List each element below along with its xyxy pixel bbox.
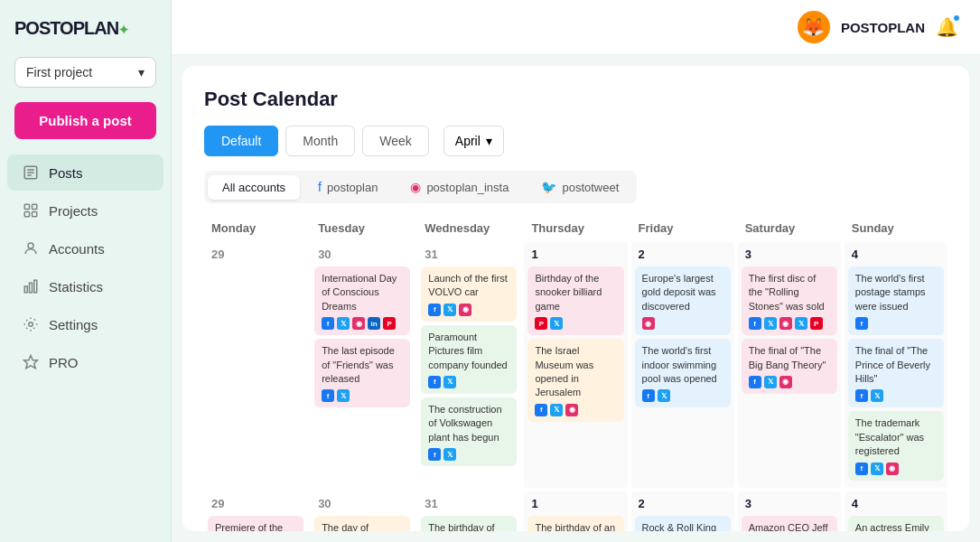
topbar: 🦊 POSTOPLAN 🔔: [172, 0, 980, 55]
publish-post-button[interactable]: Publish a post: [14, 102, 156, 139]
tw-social-icon: 𝕏: [764, 376, 777, 388]
notifications-bell[interactable]: 🔔: [936, 16, 958, 38]
post-card-text: The world's first postage stamps were is…: [855, 272, 937, 313]
post-social-icons: f𝕏◉: [428, 304, 509, 316]
sidebar-item-statistics-label: Statistics: [49, 279, 103, 294]
post-card[interactable]: The birthday of an actor Nicolas Cagef: [527, 516, 623, 531]
post-card-text: The first disc of the "Rolling Stones" w…: [749, 272, 830, 313]
fb-social-icon: f: [428, 376, 441, 388]
sidebar-item-projects[interactable]: Projects: [7, 192, 163, 229]
post-card-text: Europe's largest gold deposit was discov…: [642, 272, 723, 313]
sidebar-item-accounts[interactable]: Accounts: [7, 230, 163, 266]
month-selector[interactable]: April ▾: [443, 126, 504, 156]
tw-social-icon: 𝕏: [337, 317, 350, 330]
post-card[interactable]: Paramount Pictures film company foundedf…: [421, 325, 517, 394]
post-card[interactable]: The birthday of the French heroine Joan …: [421, 516, 517, 531]
header-wednesday: Wednesday: [417, 218, 520, 238]
post-card[interactable]: The trademark "Escalator" was registered…: [848, 411, 944, 480]
post-card-text: International Day of Conscious Dreams: [322, 272, 403, 313]
post-card[interactable]: Rock & Roll King Elvis Presley's Birthda…: [635, 516, 731, 531]
ig-social-icon: ◉: [352, 317, 365, 330]
post-card-text: An actress Emily Watson celebrates her b…: [855, 521, 937, 531]
header-sunday: Sunday: [845, 218, 947, 238]
post-card[interactable]: The world's first indoor swimming pool w…: [635, 339, 731, 407]
cal-day-0-1: 30International Day of Conscious Dreamsf…: [311, 242, 414, 488]
cal-day-1-0: 29Premiere of the fantasy film "Malefice…: [204, 491, 307, 531]
sidebar-item-posts-label: Posts: [49, 165, 83, 181]
ig-social-icon: ◉: [459, 304, 471, 316]
sidebar-item-settings[interactable]: Settings: [7, 306, 163, 342]
cal-day-0-4: 2Europe's largest gold deposit was disco…: [631, 242, 734, 488]
post-card[interactable]: The Israel Museum was opened in Jerusale…: [527, 339, 623, 422]
tw-social-icon: 𝕏: [550, 317, 563, 330]
filter-postoplan-insta[interactable]: ◉ postoplan_insta: [396, 174, 523, 200]
post-card[interactable]: International Day of Conscious Dreamsf𝕏◉…: [314, 266, 410, 335]
post-card[interactable]: An actress Emily Watson celebrates her b…: [848, 516, 944, 531]
day-number: 2: [635, 495, 731, 512]
post-social-icons: f𝕏: [428, 376, 509, 388]
svg-point-12: [29, 322, 33, 327]
accounts-icon: [22, 239, 40, 257]
view-default-button[interactable]: Default: [204, 126, 278, 156]
post-social-icons: P𝕏: [535, 317, 616, 330]
ig-social-icon: ◉: [565, 404, 578, 416]
post-card[interactable]: Europe's largest gold deposit was discov…: [635, 266, 731, 335]
fb-social-icon: f: [855, 463, 868, 475]
svg-rect-6: [24, 212, 29, 217]
post-card[interactable]: The last episode of "Friends" was releas…: [314, 339, 410, 407]
pi-social-icon: P: [383, 317, 396, 330]
post-card[interactable]: The first disc of the "Rolling Stones" w…: [742, 266, 837, 335]
filter-all-accounts[interactable]: All accounts: [208, 175, 300, 200]
sidebar-item-pro[interactable]: PRO: [7, 344, 163, 380]
view-month-button[interactable]: Month: [285, 126, 355, 156]
day-number: 4: [848, 495, 944, 512]
day-number: 31: [421, 246, 517, 263]
post-card-text: Amazon CEO Jeff Bezos celebrates his Bir…: [749, 521, 830, 531]
post-social-icons: f𝕏: [428, 448, 509, 461]
post-social-icons: f𝕏: [855, 389, 937, 402]
svg-rect-11: [34, 280, 37, 293]
svg-rect-10: [30, 283, 33, 293]
post-card-text: The final of "The Prince of Beverly Hill…: [855, 344, 937, 386]
tw-social-icon: 𝕏: [443, 376, 456, 388]
calendar-grid: 2930International Day of Conscious Dream…: [204, 242, 947, 531]
pi-social-icon: P: [810, 317, 823, 330]
post-card[interactable]: The world's first postage stamps were is…: [848, 266, 944, 335]
pi-social-icon: P: [535, 317, 547, 330]
day-number: 30: [314, 246, 410, 263]
header-thursday: Thursday: [524, 218, 627, 238]
filter-postotweet[interactable]: 🐦 postotweet: [527, 174, 633, 200]
header-tuesday: Tuesday: [311, 218, 414, 238]
post-card-text: The trademark "Escalator" was registered: [855, 416, 937, 458]
logo: POSTOPLAN✦: [0, 14, 171, 57]
post-card[interactable]: Amazon CEO Jeff Bezos celebrates his Bir…: [742, 516, 837, 531]
post-card[interactable]: Birthday of the snooker billiard gameP𝕏: [527, 266, 623, 335]
day-number: 30: [314, 495, 410, 512]
post-card[interactable]: Premiere of the fantasy film "Maleficent…: [208, 516, 303, 531]
cal-day-1-2: 31The birthday of the French heroine Joa…: [417, 491, 520, 531]
view-week-button[interactable]: Week: [362, 126, 429, 156]
content-area: Post Calendar Default Month Week April ▾…: [182, 66, 969, 531]
filter-postoplan[interactable]: f postoplan: [303, 174, 392, 200]
post-card[interactable]: The construction of Volkswagen plant has…: [421, 397, 517, 466]
post-card[interactable]: The final of "The Prince of Beverly Hill…: [848, 339, 944, 407]
post-social-icons: f𝕏◉: [749, 376, 830, 388]
post-card-text: The Israel Museum was opened in Jerusale…: [535, 344, 616, 400]
post-card[interactable]: The final of "The Big Bang Theory"f𝕏◉: [742, 339, 837, 394]
post-social-icons: f𝕏: [322, 389, 403, 402]
project-selector[interactable]: First project ▾: [14, 57, 156, 88]
post-card[interactable]: The day of sparklers and garland lightsf…: [314, 516, 410, 531]
tw-social-icon: 𝕏: [443, 448, 456, 461]
all-accounts-label: All accounts: [222, 181, 285, 194]
sidebar-item-posts[interactable]: Posts: [7, 154, 163, 191]
post-card-text: The last episode of "Friends" was releas…: [322, 344, 403, 386]
ig-social-icon: ◉: [642, 317, 655, 330]
sidebar-item-statistics[interactable]: Statistics: [7, 268, 163, 304]
settings-icon: [22, 315, 40, 333]
header-friday: Friday: [631, 218, 734, 238]
svg-rect-5: [33, 204, 37, 209]
post-card[interactable]: Launch of the first VOLVO carf𝕏◉: [421, 266, 517, 322]
facebook-icon: f: [318, 180, 322, 194]
post-social-icons: f: [855, 317, 937, 330]
day-number: 2: [635, 246, 731, 263]
